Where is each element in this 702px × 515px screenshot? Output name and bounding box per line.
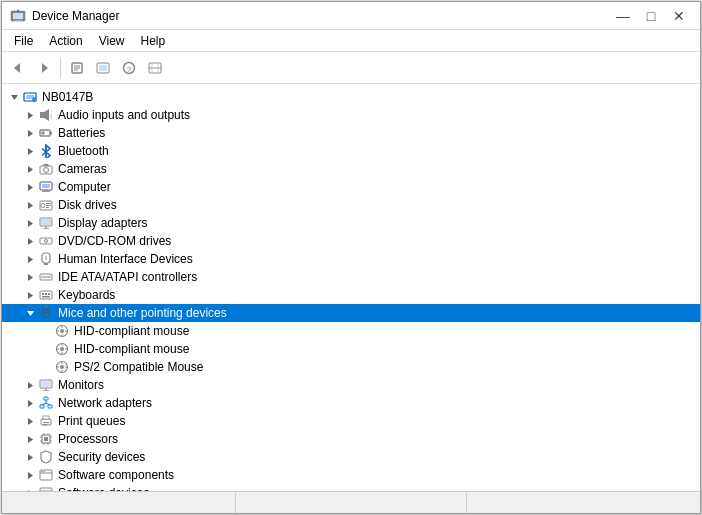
label-network: Network adapters xyxy=(58,396,152,410)
expand-btn-computer[interactable] xyxy=(22,178,38,196)
tree-item-dvd[interactable]: DVD/CD-ROM drives xyxy=(2,232,700,250)
svg-rect-102 xyxy=(44,397,48,400)
content-area: NB0147B)Audio inputs and outputsBatterie… xyxy=(2,84,700,491)
tree-view[interactable]: NB0147B)Audio inputs and outputsBatterie… xyxy=(2,84,700,491)
svg-marker-108 xyxy=(28,418,33,425)
svg-point-44 xyxy=(41,204,45,208)
svg-rect-100 xyxy=(43,390,49,391)
expand-btn-hid[interactable] xyxy=(22,250,38,268)
tree-item-processors[interactable]: Processors xyxy=(2,430,700,448)
tree-item-bluetooth[interactable]: Bluetooth xyxy=(2,142,700,160)
expand-btn-hid-mouse2[interactable] xyxy=(38,340,54,358)
tree-item-disk[interactable]: Disk drives xyxy=(2,196,700,214)
help-button[interactable]: ? xyxy=(117,56,141,80)
expand-btn-processors[interactable] xyxy=(22,430,38,448)
maximize-button[interactable]: □ xyxy=(638,6,664,26)
expand-btn-bluetooth[interactable] xyxy=(22,142,38,160)
tree-item-keyboards[interactable]: Keyboards xyxy=(2,286,700,304)
expand-btn-softwaredev[interactable] xyxy=(22,484,38,491)
expand-btn-audio[interactable] xyxy=(22,106,38,124)
tree-item-display[interactable]: Display adapters xyxy=(2,214,700,232)
expand-btn-dvd[interactable] xyxy=(22,232,38,250)
svg-rect-51 xyxy=(45,226,47,228)
icon-audio: ) xyxy=(38,107,54,123)
expand-btn-cameras[interactable] xyxy=(22,160,38,178)
expand-btn-security[interactable] xyxy=(22,448,38,466)
forward-button[interactable] xyxy=(32,56,56,80)
expand-btn-ide[interactable] xyxy=(22,268,38,286)
tree-item-hid-mouse2[interactable]: HID-compliant mouse xyxy=(2,340,700,358)
update-button[interactable] xyxy=(91,56,115,80)
label-print: Print queues xyxy=(58,414,125,428)
label-keyboards: Keyboards xyxy=(58,288,115,302)
toolbar: ? xyxy=(2,52,700,84)
expand-btn-keyboards[interactable] xyxy=(22,286,38,304)
icon-dvd xyxy=(38,233,54,249)
tree-item-hid-mouse1[interactable]: HID-compliant mouse xyxy=(2,322,700,340)
tree-item-print[interactable]: Print queues xyxy=(2,412,700,430)
tree-item-mice[interactable]: Mice and other pointing devices xyxy=(2,304,700,322)
tree-item-security[interactable]: Security devices xyxy=(2,448,700,466)
menu-file[interactable]: File xyxy=(6,32,41,50)
svg-rect-71 xyxy=(48,293,50,295)
icon-mice xyxy=(38,305,54,321)
svg-marker-30 xyxy=(28,148,33,155)
tree-item-cameras[interactable]: Cameras xyxy=(2,160,700,178)
expand-btn-network[interactable] xyxy=(22,394,38,412)
menu-help[interactable]: Help xyxy=(133,32,174,50)
svg-rect-103 xyxy=(40,405,44,408)
menu-bar: File Action View Help xyxy=(2,30,700,52)
tree-item-ide[interactable]: IDE ATA/ATAPI controllers xyxy=(2,268,700,286)
tree-item-softwaredev[interactable]: </>Software devices xyxy=(2,484,700,491)
expand-btn-hid-mouse1[interactable] xyxy=(38,322,54,340)
icon-hid xyxy=(38,251,54,267)
scan-button[interactable] xyxy=(143,56,167,80)
tree-item-root[interactable]: NB0147B xyxy=(2,88,700,106)
expand-btn-ps2-mouse[interactable] xyxy=(38,358,54,376)
expand-btn-disk[interactable] xyxy=(22,196,38,214)
menu-action[interactable]: Action xyxy=(41,32,90,50)
label-dvd: DVD/CD-ROM drives xyxy=(58,234,171,248)
icon-hid-mouse2 xyxy=(54,341,70,357)
tree-item-batteries[interactable]: Batteries xyxy=(2,124,700,142)
svg-rect-112 xyxy=(43,424,47,425)
expand-btn-monitors[interactable] xyxy=(22,376,38,394)
label-root: NB0147B xyxy=(42,90,93,104)
tree-item-computer[interactable]: Computer xyxy=(2,178,700,196)
menu-view[interactable]: View xyxy=(91,32,133,50)
svg-rect-23 xyxy=(40,112,44,118)
properties-button[interactable] xyxy=(65,56,89,80)
label-processors: Processors xyxy=(58,432,118,446)
tree-item-ps2-mouse[interactable]: PS/2 Compatible Mouse xyxy=(2,358,700,376)
svg-point-128 xyxy=(41,471,43,473)
tree-item-monitors[interactable]: Monitors xyxy=(2,376,700,394)
expand-btn-root[interactable] xyxy=(6,88,22,106)
back-button[interactable] xyxy=(6,56,30,80)
svg-text:): ) xyxy=(50,113,52,119)
svg-rect-1 xyxy=(13,13,23,19)
tree-item-audio[interactable]: )Audio inputs and outputs xyxy=(2,106,700,124)
tree-item-softwarecomp[interactable]: Software components xyxy=(2,466,700,484)
icon-softwarecomp xyxy=(38,467,54,483)
icon-root xyxy=(22,89,38,105)
icon-processors xyxy=(38,431,54,447)
expand-btn-display[interactable] xyxy=(22,214,38,232)
close-button[interactable]: ✕ xyxy=(666,6,692,26)
expand-btn-mice[interactable] xyxy=(22,304,38,322)
svg-point-79 xyxy=(60,329,64,333)
label-display: Display adapters xyxy=(58,216,147,230)
minimize-button[interactable]: — xyxy=(610,6,636,26)
expand-btn-softwarecomp[interactable] xyxy=(22,466,38,484)
tree-item-network[interactable]: Network adapters xyxy=(2,394,700,412)
svg-point-91 xyxy=(60,365,64,369)
status-bar xyxy=(2,491,700,513)
label-security: Security devices xyxy=(58,450,145,464)
tree-item-hid[interactable]: Human Interface Devices xyxy=(2,250,700,268)
svg-marker-37 xyxy=(28,184,33,191)
expand-btn-batteries[interactable] xyxy=(22,124,38,142)
svg-rect-72 xyxy=(42,296,50,298)
svg-rect-39 xyxy=(42,184,50,188)
svg-rect-70 xyxy=(45,293,47,295)
expand-btn-print[interactable] xyxy=(22,412,38,430)
status-panel-3 xyxy=(467,492,696,513)
